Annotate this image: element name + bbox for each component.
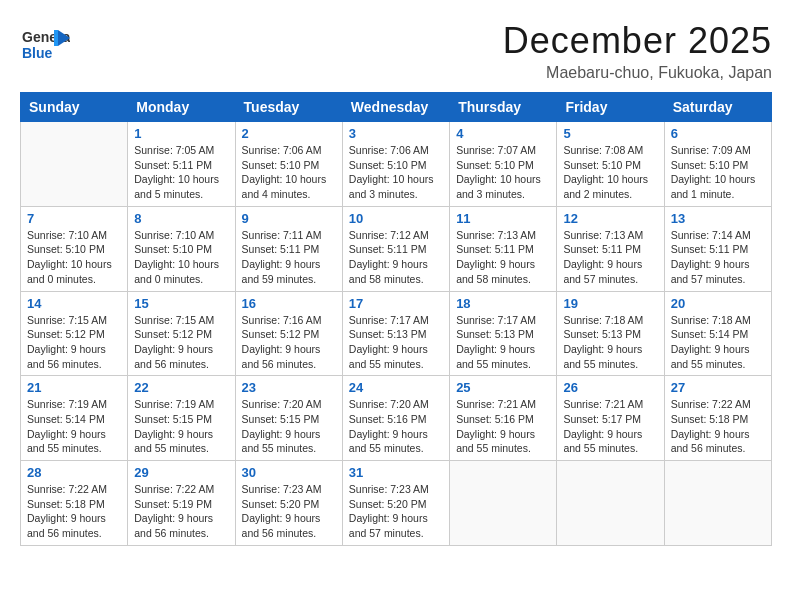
location-subtitle: Maebaru-chuo, Fukuoka, Japan — [503, 64, 772, 82]
calendar-cell: 5 Sunrise: 7:08 AM Sunset: 5:10 PM Dayli… — [557, 122, 664, 207]
daylight-label: Daylight: 9 hours and 56 minutes. — [27, 512, 106, 539]
calendar-cell: 12 Sunrise: 7:13 AM Sunset: 5:11 PM Dayl… — [557, 206, 664, 291]
day-number: 8 — [134, 211, 228, 226]
daylight-label: Daylight: 9 hours and 56 minutes. — [671, 428, 750, 455]
daylight-label: Daylight: 10 hours and 3 minutes. — [456, 173, 541, 200]
sunrise-label: Sunrise: 7:21 AM — [456, 398, 536, 410]
calendar-cell: 10 Sunrise: 7:12 AM Sunset: 5:11 PM Dayl… — [342, 206, 449, 291]
daylight-label: Daylight: 9 hours and 55 minutes. — [456, 428, 535, 455]
daylight-label: Daylight: 10 hours and 0 minutes. — [27, 258, 112, 285]
page-header: General Blue December 2025 Maebaru-chuo,… — [20, 20, 772, 82]
calendar-cell: 28 Sunrise: 7:22 AM Sunset: 5:18 PM Dayl… — [21, 461, 128, 546]
calendar-week-5: 28 Sunrise: 7:22 AM Sunset: 5:18 PM Dayl… — [21, 461, 772, 546]
day-info: Sunrise: 7:07 AM Sunset: 5:10 PM Dayligh… — [456, 143, 550, 202]
calendar-cell: 16 Sunrise: 7:16 AM Sunset: 5:12 PM Dayl… — [235, 291, 342, 376]
calendar-cell: 30 Sunrise: 7:23 AM Sunset: 5:20 PM Dayl… — [235, 461, 342, 546]
sunset-label: Sunset: 5:13 PM — [456, 328, 534, 340]
calendar-cell: 13 Sunrise: 7:14 AM Sunset: 5:11 PM Dayl… — [664, 206, 771, 291]
day-number: 20 — [671, 296, 765, 311]
calendar-cell: 26 Sunrise: 7:21 AM Sunset: 5:17 PM Dayl… — [557, 376, 664, 461]
sunset-label: Sunset: 5:10 PM — [456, 159, 534, 171]
svg-rect-3 — [54, 30, 58, 46]
sunrise-label: Sunrise: 7:08 AM — [563, 144, 643, 156]
daylight-label: Daylight: 9 hours and 57 minutes. — [563, 258, 642, 285]
sunrise-label: Sunrise: 7:18 AM — [671, 314, 751, 326]
daylight-label: Daylight: 9 hours and 57 minutes. — [671, 258, 750, 285]
calendar-cell: 14 Sunrise: 7:15 AM Sunset: 5:12 PM Dayl… — [21, 291, 128, 376]
day-number: 9 — [242, 211, 336, 226]
daylight-label: Daylight: 9 hours and 55 minutes. — [349, 343, 428, 370]
daylight-label: Daylight: 9 hours and 56 minutes. — [134, 512, 213, 539]
sunset-label: Sunset: 5:15 PM — [242, 413, 320, 425]
sunrise-label: Sunrise: 7:12 AM — [349, 229, 429, 241]
day-info: Sunrise: 7:20 AM Sunset: 5:16 PM Dayligh… — [349, 397, 443, 456]
sunset-label: Sunset: 5:20 PM — [242, 498, 320, 510]
calendar-cell: 27 Sunrise: 7:22 AM Sunset: 5:18 PM Dayl… — [664, 376, 771, 461]
daylight-label: Daylight: 10 hours and 4 minutes. — [242, 173, 327, 200]
calendar-cell: 8 Sunrise: 7:10 AM Sunset: 5:10 PM Dayli… — [128, 206, 235, 291]
calendar-header-row: SundayMondayTuesdayWednesdayThursdayFrid… — [21, 93, 772, 122]
day-number: 13 — [671, 211, 765, 226]
day-info: Sunrise: 7:21 AM Sunset: 5:16 PM Dayligh… — [456, 397, 550, 456]
sunset-label: Sunset: 5:19 PM — [134, 498, 212, 510]
calendar-cell: 25 Sunrise: 7:21 AM Sunset: 5:16 PM Dayl… — [450, 376, 557, 461]
day-number: 10 — [349, 211, 443, 226]
day-info: Sunrise: 7:05 AM Sunset: 5:11 PM Dayligh… — [134, 143, 228, 202]
daylight-label: Daylight: 9 hours and 58 minutes. — [349, 258, 428, 285]
sunrise-label: Sunrise: 7:10 AM — [27, 229, 107, 241]
sunrise-label: Sunrise: 7:23 AM — [349, 483, 429, 495]
day-number: 12 — [563, 211, 657, 226]
daylight-label: Daylight: 9 hours and 55 minutes. — [563, 428, 642, 455]
sunrise-label: Sunrise: 7:22 AM — [671, 398, 751, 410]
calendar-week-3: 14 Sunrise: 7:15 AM Sunset: 5:12 PM Dayl… — [21, 291, 772, 376]
day-info: Sunrise: 7:13 AM Sunset: 5:11 PM Dayligh… — [563, 228, 657, 287]
logo-icon: General Blue — [20, 20, 70, 70]
sunrise-label: Sunrise: 7:06 AM — [349, 144, 429, 156]
day-number: 17 — [349, 296, 443, 311]
calendar-cell: 1 Sunrise: 7:05 AM Sunset: 5:11 PM Dayli… — [128, 122, 235, 207]
day-info: Sunrise: 7:16 AM Sunset: 5:12 PM Dayligh… — [242, 313, 336, 372]
day-info: Sunrise: 7:22 AM Sunset: 5:19 PM Dayligh… — [134, 482, 228, 541]
daylight-label: Daylight: 10 hours and 3 minutes. — [349, 173, 434, 200]
sunrise-label: Sunrise: 7:19 AM — [134, 398, 214, 410]
daylight-label: Daylight: 9 hours and 55 minutes. — [456, 343, 535, 370]
sunset-label: Sunset: 5:10 PM — [134, 243, 212, 255]
calendar-cell: 2 Sunrise: 7:06 AM Sunset: 5:10 PM Dayli… — [235, 122, 342, 207]
column-header-thursday: Thursday — [450, 93, 557, 122]
column-header-friday: Friday — [557, 93, 664, 122]
day-info: Sunrise: 7:15 AM Sunset: 5:12 PM Dayligh… — [27, 313, 121, 372]
daylight-label: Daylight: 9 hours and 55 minutes. — [27, 428, 106, 455]
day-info: Sunrise: 7:15 AM Sunset: 5:12 PM Dayligh… — [134, 313, 228, 372]
month-title: December 2025 — [503, 20, 772, 62]
day-info: Sunrise: 7:18 AM Sunset: 5:14 PM Dayligh… — [671, 313, 765, 372]
calendar-week-1: 1 Sunrise: 7:05 AM Sunset: 5:11 PM Dayli… — [21, 122, 772, 207]
sunset-label: Sunset: 5:13 PM — [563, 328, 641, 340]
calendar-cell: 3 Sunrise: 7:06 AM Sunset: 5:10 PM Dayli… — [342, 122, 449, 207]
day-info: Sunrise: 7:09 AM Sunset: 5:10 PM Dayligh… — [671, 143, 765, 202]
day-number: 7 — [27, 211, 121, 226]
sunset-label: Sunset: 5:10 PM — [563, 159, 641, 171]
sunset-label: Sunset: 5:17 PM — [563, 413, 641, 425]
daylight-label: Daylight: 10 hours and 1 minute. — [671, 173, 756, 200]
day-number: 6 — [671, 126, 765, 141]
daylight-label: Daylight: 9 hours and 55 minutes. — [563, 343, 642, 370]
day-info: Sunrise: 7:22 AM Sunset: 5:18 PM Dayligh… — [671, 397, 765, 456]
sunset-label: Sunset: 5:16 PM — [456, 413, 534, 425]
day-number: 26 — [563, 380, 657, 395]
sunrise-label: Sunrise: 7:14 AM — [671, 229, 751, 241]
sunrise-label: Sunrise: 7:23 AM — [242, 483, 322, 495]
day-number: 2 — [242, 126, 336, 141]
day-info: Sunrise: 7:19 AM Sunset: 5:15 PM Dayligh… — [134, 397, 228, 456]
calendar-table: SundayMondayTuesdayWednesdayThursdayFrid… — [20, 92, 772, 546]
day-info: Sunrise: 7:08 AM Sunset: 5:10 PM Dayligh… — [563, 143, 657, 202]
sunset-label: Sunset: 5:10 PM — [671, 159, 749, 171]
column-header-monday: Monday — [128, 93, 235, 122]
sunset-label: Sunset: 5:11 PM — [456, 243, 534, 255]
sunrise-label: Sunrise: 7:19 AM — [27, 398, 107, 410]
day-info: Sunrise: 7:06 AM Sunset: 5:10 PM Dayligh… — [349, 143, 443, 202]
sunset-label: Sunset: 5:16 PM — [349, 413, 427, 425]
day-number: 29 — [134, 465, 228, 480]
day-info: Sunrise: 7:23 AM Sunset: 5:20 PM Dayligh… — [349, 482, 443, 541]
sunrise-label: Sunrise: 7:16 AM — [242, 314, 322, 326]
calendar-cell: 23 Sunrise: 7:20 AM Sunset: 5:15 PM Dayl… — [235, 376, 342, 461]
